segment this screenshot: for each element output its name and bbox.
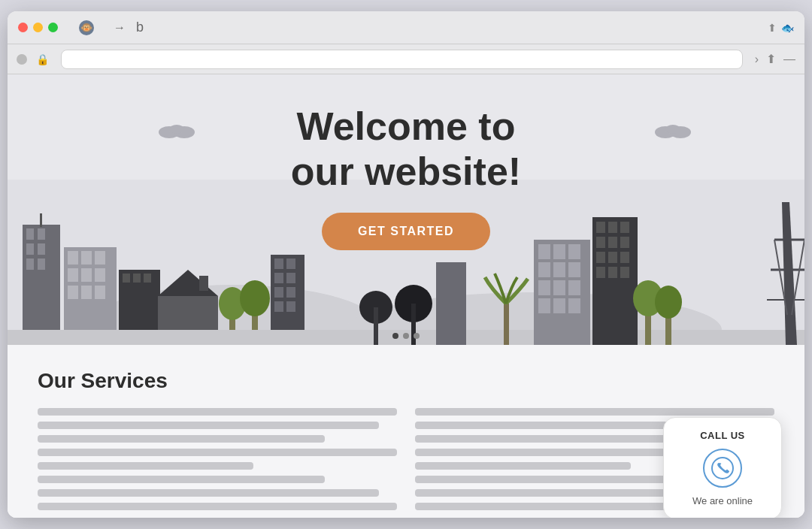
text-line bbox=[415, 462, 631, 470]
svg-rect-55 bbox=[538, 280, 550, 295]
toolbar-right: ⬆ 🐟 bbox=[768, 22, 794, 34]
address-bar[interactable] bbox=[61, 50, 743, 69]
tab-area: 🐵 → b bbox=[73, 17, 762, 38]
svg-point-83 bbox=[655, 286, 682, 319]
svg-rect-72 bbox=[608, 267, 617, 278]
svg-rect-65 bbox=[596, 237, 605, 248]
svg-rect-15 bbox=[38, 258, 45, 270]
svg-rect-22 bbox=[81, 268, 92, 282]
svg-rect-30 bbox=[144, 274, 151, 283]
city-skyline bbox=[8, 180, 804, 345]
pagination-dots bbox=[392, 333, 420, 339]
dot-1[interactable] bbox=[392, 333, 398, 339]
dot-2[interactable] bbox=[403, 333, 409, 339]
text-line bbox=[38, 422, 379, 429]
hero-section: Welcome to our website! GET STARTED bbox=[8, 74, 804, 345]
svg-rect-69 bbox=[608, 252, 617, 263]
svg-rect-56 bbox=[553, 280, 565, 295]
nav-bar: 🔒 › ⬆ — bbox=[8, 44, 804, 74]
svg-rect-29 bbox=[133, 274, 141, 283]
svg-rect-25 bbox=[81, 286, 92, 299]
svg-rect-12 bbox=[26, 243, 34, 255]
page-content: Welcome to our website! GET STARTED bbox=[8, 74, 804, 518]
text-line bbox=[38, 503, 397, 510]
services-title: Our Services bbox=[38, 369, 774, 393]
text-line bbox=[38, 462, 253, 470]
settings-icon[interactable]: 🐟 bbox=[781, 22, 794, 34]
svg-rect-59 bbox=[553, 298, 565, 313]
browser-tab[interactable]: 🐵 bbox=[73, 17, 100, 38]
call-us-status: We are online bbox=[676, 495, 769, 506]
text-line bbox=[415, 476, 702, 483]
svg-rect-18 bbox=[68, 251, 78, 264]
svg-rect-58 bbox=[538, 298, 550, 313]
svg-rect-21 bbox=[68, 268, 78, 282]
hero-title: Welcome to our website! bbox=[291, 104, 521, 195]
svg-rect-46 bbox=[286, 301, 295, 312]
svg-rect-39 bbox=[274, 258, 283, 269]
close-button[interactable] bbox=[18, 23, 28, 32]
svg-rect-14 bbox=[26, 258, 34, 270]
svg-rect-26 bbox=[95, 286, 105, 299]
svg-rect-20 bbox=[95, 251, 105, 264]
get-started-button[interactable]: GET STARTED bbox=[322, 213, 490, 250]
svg-rect-86 bbox=[374, 307, 378, 345]
svg-rect-57 bbox=[568, 280, 580, 295]
svg-rect-73 bbox=[620, 267, 629, 278]
svg-rect-68 bbox=[596, 252, 605, 263]
call-us-phone-icon bbox=[703, 449, 742, 488]
svg-rect-42 bbox=[286, 273, 295, 283]
svg-rect-62 bbox=[596, 222, 605, 233]
text-line bbox=[38, 476, 325, 483]
call-us-title: CALL US bbox=[676, 430, 769, 441]
svg-rect-63 bbox=[608, 222, 617, 233]
text-line bbox=[415, 435, 702, 443]
nav-share-icon[interactable]: ⬆ bbox=[766, 52, 776, 66]
svg-rect-10 bbox=[26, 228, 34, 240]
svg-rect-23 bbox=[95, 268, 105, 282]
text-line bbox=[38, 449, 397, 456]
svg-rect-16 bbox=[40, 213, 42, 227]
svg-point-2 bbox=[169, 125, 184, 134]
cast-icon[interactable]: ⬆ bbox=[768, 22, 777, 34]
svg-rect-40 bbox=[286, 258, 295, 269]
text-line bbox=[38, 435, 325, 443]
svg-rect-71 bbox=[596, 267, 605, 278]
cloud-left-decoration bbox=[158, 119, 203, 144]
nav-minus-icon[interactable]: — bbox=[783, 53, 795, 66]
svg-rect-49 bbox=[538, 244, 550, 259]
text-line bbox=[415, 408, 774, 416]
tab-b-label: b bbox=[136, 20, 144, 35]
call-us-widget[interactable]: CALL US We are online bbox=[663, 417, 782, 518]
svg-rect-9 bbox=[23, 225, 60, 345]
maximize-button[interactable] bbox=[48, 23, 58, 32]
svg-rect-70 bbox=[620, 252, 629, 263]
tab-favicon: 🐵 bbox=[79, 20, 94, 35]
service-card-1 bbox=[38, 408, 397, 510]
svg-rect-11 bbox=[38, 228, 45, 240]
svg-rect-43 bbox=[274, 287, 283, 298]
new-tab-arrow-icon: → bbox=[114, 21, 126, 35]
svg-rect-61 bbox=[592, 217, 638, 345]
nav-circle-icon bbox=[17, 54, 27, 65]
svg-rect-64 bbox=[620, 222, 629, 233]
svg-rect-66 bbox=[608, 237, 617, 248]
svg-point-37 bbox=[240, 280, 270, 316]
title-bar: 🐵 → b ⬆ 🐟 bbox=[8, 11, 804, 44]
svg-rect-45 bbox=[274, 301, 283, 312]
dot-3[interactable] bbox=[414, 333, 420, 339]
cloud-right-decoration bbox=[654, 119, 699, 144]
text-line bbox=[38, 489, 379, 497]
traffic-lights bbox=[18, 23, 58, 32]
svg-rect-89 bbox=[436, 262, 466, 345]
svg-rect-13 bbox=[38, 243, 45, 255]
nav-chevron-icon[interactable]: › bbox=[755, 53, 759, 66]
svg-rect-24 bbox=[68, 286, 78, 299]
browser-window: 🐵 → b ⬆ 🐟 🔒 › ⬆ — Welcome to our website… bbox=[8, 11, 804, 518]
svg-rect-44 bbox=[286, 287, 295, 298]
svg-point-5 bbox=[665, 125, 680, 134]
svg-rect-41 bbox=[274, 273, 283, 283]
svg-rect-54 bbox=[568, 262, 580, 277]
svg-rect-67 bbox=[620, 237, 629, 248]
minimize-button[interactable] bbox=[33, 23, 43, 32]
